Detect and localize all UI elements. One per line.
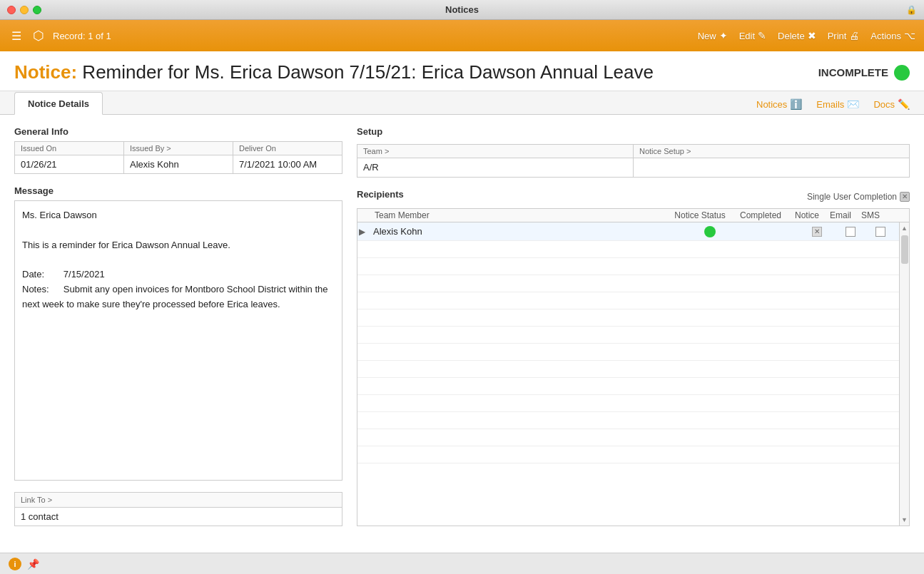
tab-notice-details[interactable]: Notice Details bbox=[14, 92, 103, 115]
link-to-value[interactable]: 1 contact bbox=[14, 508, 342, 526]
recipients-table: ▶ Alexis Kohn ✕ bbox=[357, 222, 910, 526]
single-user-completion: Single User Completion ✕ bbox=[807, 192, 910, 202]
status-text: INCOMPLETE bbox=[818, 66, 888, 78]
empty-row bbox=[357, 446, 909, 463]
recipient-notice-check[interactable]: ✕ bbox=[799, 227, 835, 237]
empty-row bbox=[357, 429, 909, 446]
maximize-button[interactable] bbox=[33, 6, 41, 14]
deliver-on-value[interactable]: 7/1/2021 10:00 AM bbox=[233, 155, 342, 173]
emails-link-label: Emails bbox=[816, 99, 844, 110]
status-green-dot bbox=[704, 226, 716, 237]
issued-by-header: Issued By > bbox=[124, 142, 233, 155]
team-value[interactable]: A/R bbox=[357, 158, 634, 177]
title-bar: Notices 🔒 bbox=[0, 0, 924, 20]
setup-values: A/R bbox=[357, 158, 909, 177]
docs-link-label: Docs bbox=[873, 99, 895, 110]
field-headers: Issued On Issued By > Deliver On bbox=[15, 142, 342, 155]
empty-row bbox=[357, 378, 909, 395]
notice-setup-value[interactable] bbox=[634, 158, 909, 177]
message-box[interactable]: Ms. Erica Dawson This is a reminder for … bbox=[14, 200, 342, 481]
empty-row bbox=[357, 327, 909, 344]
notices-link-label: Notices bbox=[756, 99, 787, 110]
pin-icon[interactable]: 📌 bbox=[27, 558, 39, 570]
print-button[interactable]: Print 🖨 bbox=[828, 30, 860, 41]
recipients-col-header-row: Team Member Notice Status Completed Noti… bbox=[357, 208, 910, 222]
status-dot bbox=[894, 65, 910, 81]
issued-by-value[interactable]: Alexis Kohn bbox=[124, 155, 233, 173]
empty-row bbox=[357, 258, 909, 275]
emails-icon: ✉️ bbox=[847, 98, 859, 110]
form-right: Setup Team > Notice Setup > A/R Recipien… bbox=[357, 126, 910, 526]
delete-label: Delete bbox=[778, 31, 805, 41]
recipients-section: Recipients Single User Completion ✕ Team… bbox=[357, 189, 910, 526]
record-indicator: Record: 1 of 1 bbox=[53, 31, 111, 41]
notice-label: Notice: bbox=[14, 61, 77, 83]
scroll-thumb[interactable] bbox=[901, 235, 908, 264]
tab-list: Notice Details bbox=[14, 91, 106, 114]
recipient-status bbox=[678, 225, 742, 239]
empty-row bbox=[357, 309, 909, 327]
minimize-button[interactable] bbox=[20, 6, 29, 14]
recipients-label: Recipients bbox=[357, 189, 404, 200]
general-info-label: General Info bbox=[14, 126, 342, 137]
empty-row bbox=[357, 412, 909, 429]
link-to-label: Link To > bbox=[14, 492, 342, 508]
col-completed: Completed bbox=[732, 209, 789, 222]
empty-row bbox=[357, 344, 909, 361]
actions-icon: ⌥ bbox=[904, 30, 915, 41]
notices-link[interactable]: Notices ℹ️ bbox=[756, 98, 802, 110]
field-values: 01/26/21 Alexis Kohn 7/1/2021 10:00 AM bbox=[15, 155, 342, 173]
link-to-section: Link To > 1 contact bbox=[14, 492, 342, 526]
sms-checkbox[interactable] bbox=[875, 227, 885, 237]
scroll-down-arrow[interactable]: ▼ bbox=[900, 516, 909, 524]
window-title: Notices bbox=[445, 4, 479, 15]
toolbar-left: ☰ ⬡ Record: 1 of 1 bbox=[9, 26, 692, 45]
empty-row bbox=[357, 361, 909, 378]
message-label: Message bbox=[14, 185, 342, 196]
setup-label: Setup bbox=[357, 126, 910, 137]
setup-headers: Team > Notice Setup > bbox=[357, 145, 909, 158]
form-body: General Info Issued On Issued By > Deliv… bbox=[0, 115, 924, 538]
tabs-bar: Notice Details Notices ℹ️ Emails ✉️ Docs… bbox=[0, 91, 924, 115]
scroll-up-arrow[interactable]: ▲ bbox=[900, 224, 909, 232]
col-team-member: Team Member bbox=[369, 209, 668, 222]
print-label: Print bbox=[828, 31, 847, 41]
recipient-sms-check[interactable] bbox=[866, 227, 895, 237]
email-checkbox[interactable] bbox=[846, 227, 856, 237]
edit-button[interactable]: Edit ✎ bbox=[739, 30, 766, 41]
nav-button[interactable]: ⬡ bbox=[30, 26, 47, 45]
team-header: Team > bbox=[357, 145, 634, 158]
single-user-close-button[interactable]: ✕ bbox=[900, 192, 910, 202]
empty-row bbox=[357, 395, 909, 412]
lock-icon: 🔒 bbox=[906, 5, 917, 15]
scrollbar[interactable]: ▲ ▼ bbox=[899, 222, 909, 526]
recipient-email-check[interactable] bbox=[835, 227, 866, 237]
tab-links: Notices ℹ️ Emails ✉️ Docs ✏️ bbox=[756, 98, 910, 114]
issued-on-header: Issued On bbox=[15, 142, 124, 155]
new-label: New bbox=[698, 31, 716, 41]
emails-link[interactable]: Emails ✉️ bbox=[816, 98, 859, 110]
toolbar-right: New ✦ Edit ✎ Delete ✖ Print 🖨 Actions ⌥ bbox=[698, 30, 915, 41]
docs-link[interactable]: Docs ✏️ bbox=[873, 98, 910, 110]
new-icon: ✦ bbox=[719, 30, 728, 41]
delete-button[interactable]: Delete ✖ bbox=[778, 30, 816, 41]
toolbar: ☰ ⬡ Record: 1 of 1 New ✦ Edit ✎ Delete ✖… bbox=[0, 20, 924, 51]
issued-on-value[interactable]: 01/26/21 bbox=[15, 155, 124, 173]
setup-fields: Team > Notice Setup > A/R bbox=[357, 144, 910, 178]
close-button[interactable] bbox=[7, 6, 16, 14]
form-left: General Info Issued On Issued By > Deliv… bbox=[14, 126, 342, 526]
actions-label: Actions bbox=[870, 31, 901, 41]
status-bar: i 📌 bbox=[0, 553, 924, 574]
new-button[interactable]: New ✦ bbox=[698, 30, 728, 41]
menu-button[interactable]: ☰ bbox=[9, 28, 24, 44]
col-notice-status: Notice Status bbox=[668, 209, 732, 222]
notice-setup-header: Notice Setup > bbox=[634, 145, 909, 158]
notice-x-icon[interactable]: ✕ bbox=[812, 227, 822, 237]
actions-button[interactable]: Actions ⌥ bbox=[870, 30, 915, 41]
row-arrow: ▶ bbox=[357, 227, 369, 237]
info-icon[interactable]: i bbox=[9, 558, 21, 570]
empty-row bbox=[357, 241, 909, 258]
notice-header: Notice: Reminder for Ms. Erica Dawson 7/… bbox=[0, 51, 924, 91]
setup-section: Setup Team > Notice Setup > A/R bbox=[357, 126, 910, 178]
recipient-row[interactable]: ▶ Alexis Kohn ✕ bbox=[357, 222, 909, 241]
